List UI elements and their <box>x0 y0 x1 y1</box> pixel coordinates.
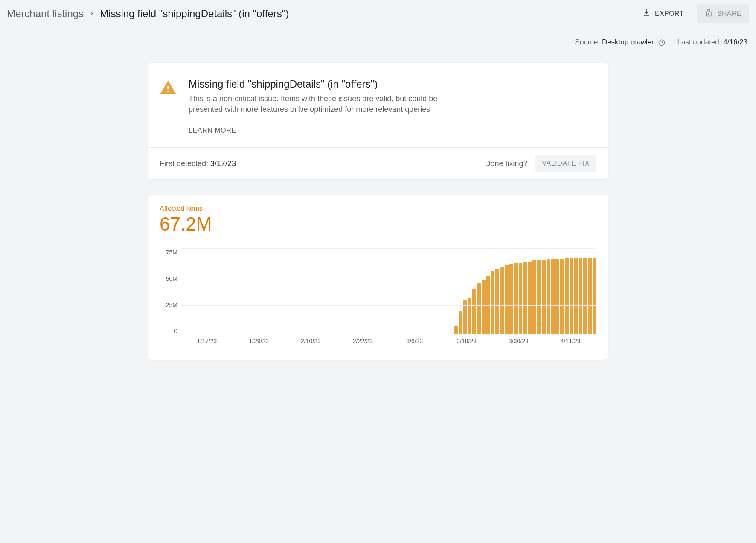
chart-bar[interactable] <box>532 260 536 334</box>
y-axis: 75M50M25M0 <box>160 249 181 334</box>
grid-line <box>181 305 596 306</box>
share-button[interactable]: SHARE <box>697 4 749 23</box>
chart-bar[interactable] <box>472 289 476 334</box>
chart-bar[interactable] <box>579 258 583 334</box>
chart-bar[interactable] <box>509 264 513 334</box>
updated-value: 4/16/23 <box>723 38 747 46</box>
x-tick: 1/29/23 <box>233 338 285 346</box>
chart-bar[interactable] <box>570 258 573 334</box>
chart-bar[interactable] <box>593 258 596 334</box>
chart-plot[interactable] <box>181 249 596 334</box>
chart-bar[interactable] <box>542 260 546 334</box>
help-icon[interactable] <box>658 39 666 47</box>
chart-bar[interactable] <box>477 283 481 334</box>
chart-bar[interactable] <box>588 258 592 334</box>
chart-bar[interactable] <box>547 259 550 334</box>
chart-bar[interactable] <box>482 280 486 334</box>
chart-bar[interactable] <box>523 262 527 334</box>
chart-bar[interactable] <box>583 258 587 334</box>
source-meta: Source: Desktop crawler <box>575 38 666 47</box>
export-label: EXPORT <box>655 10 684 18</box>
source-value: Desktop crawler <box>602 38 654 46</box>
x-tick: 2/22/23 <box>337 338 389 346</box>
chart: 75M50M25M0 1/17/231/29/232/10/232/22/233… <box>160 241 596 346</box>
x-tick: 3/18/23 <box>441 338 493 346</box>
issue-card: Missing field "shippingDetails" (in "off… <box>148 63 608 179</box>
chart-bar[interactable] <box>537 260 541 334</box>
chart-bar[interactable] <box>528 262 532 334</box>
page-header: Merchant listings Missing field "shippin… <box>0 0 756 29</box>
export-button[interactable]: EXPORT <box>634 4 692 23</box>
chart-bar[interactable] <box>565 258 569 334</box>
issue-title: Missing field "shippingDetails" (in "off… <box>189 78 470 90</box>
chart-card: Affected items 67.2M 75M50M25M0 1/17/231… <box>148 195 608 360</box>
x-tick: 4/11/23 <box>544 338 596 346</box>
breadcrumb-root[interactable]: Merchant listings <box>7 8 84 20</box>
y-tick: 25M <box>166 301 177 308</box>
updated-label: Last updated: <box>677 38 721 46</box>
chart-bar[interactable] <box>519 263 523 334</box>
chart-bar[interactable] <box>560 259 564 334</box>
meta-row: Source: Desktop crawler Last updated: 4/… <box>0 29 756 50</box>
svg-point-1 <box>661 44 662 44</box>
learn-more-button[interactable]: LEARN MORE <box>189 125 236 137</box>
grid-line <box>181 248 596 249</box>
y-tick: 75M <box>166 249 177 256</box>
chart-bar[interactable] <box>505 265 509 334</box>
chart-bar[interactable] <box>574 258 578 334</box>
chart-bar[interactable] <box>459 311 462 334</box>
updated-meta: Last updated: 4/16/23 <box>677 38 748 47</box>
x-tick: 2/10/23 <box>285 338 337 346</box>
x-tick: 3/30/23 <box>493 338 545 346</box>
chart-bar[interactable] <box>454 326 458 334</box>
chart-bar[interactable] <box>551 259 555 334</box>
y-tick: 0 <box>174 327 177 334</box>
source-label: Source: <box>575 38 600 46</box>
warning-icon <box>160 79 177 137</box>
first-detected-label: First detected: <box>160 159 208 168</box>
chart-bar[interactable] <box>468 298 471 334</box>
x-tick: 3/6/23 <box>389 338 441 346</box>
share-label: SHARE <box>717 10 741 18</box>
grid-line <box>181 277 596 277</box>
done-fixing-label: Done fixing? <box>485 159 527 168</box>
issue-description: This is a non-critical issue. Items with… <box>189 93 470 115</box>
first-detected: First detected: 3/17/23 <box>160 159 236 168</box>
chart-bar[interactable] <box>514 263 518 334</box>
breadcrumb-current: Missing field "shippingDetails" (in "off… <box>100 8 289 20</box>
lock-icon <box>704 9 713 19</box>
chart-bar[interactable] <box>495 269 499 334</box>
validate-fix-button[interactable]: VALIDATE FIX <box>535 155 596 172</box>
chart-bar[interactable] <box>555 259 559 334</box>
first-detected-value: 3/17/23 <box>210 159 236 168</box>
download-icon <box>642 9 651 19</box>
breadcrumb: Merchant listings Missing field "shippin… <box>7 8 289 20</box>
header-actions: EXPORT SHARE <box>634 4 749 23</box>
y-tick: 50M <box>166 275 177 282</box>
chart-bar[interactable] <box>491 272 495 334</box>
x-tick: 1/17/23 <box>181 338 233 346</box>
chevron-right-icon <box>89 10 95 18</box>
affected-items-label: Affected items <box>160 205 596 213</box>
x-axis: 1/17/231/29/232/10/232/22/233/6/233/18/2… <box>181 334 596 346</box>
affected-items-value: 67.2M <box>160 213 596 235</box>
